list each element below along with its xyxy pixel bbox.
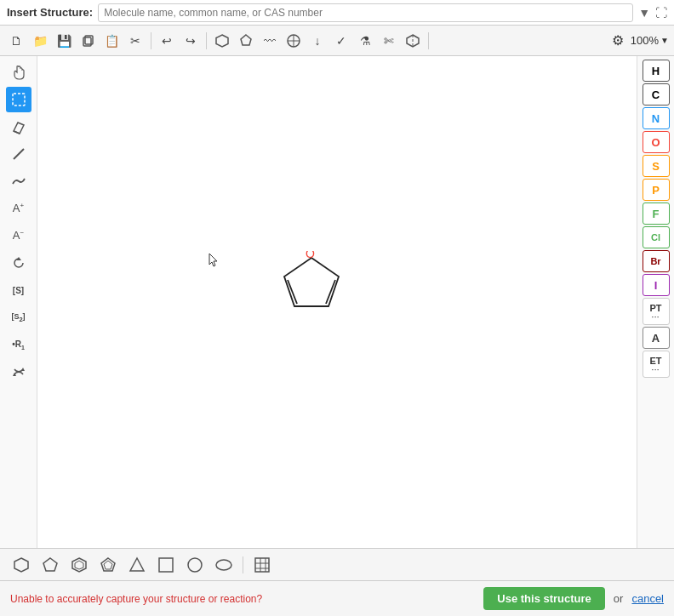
svg-marker-23: [75, 561, 83, 569]
structure-search-input[interactable]: [98, 3, 633, 22]
hexagon6-shape-button[interactable]: [9, 553, 34, 577]
cursor-indicator: [208, 252, 221, 269]
svg-marker-26: [130, 558, 144, 571]
element-panel: H C N O S P F Cl Br I PT ··· A ET ···: [637, 56, 674, 548]
eraser-tool-button[interactable]: [6, 114, 31, 140]
sgroup2-tool-button[interactable]: [S2]: [6, 305, 31, 330]
zoom-control[interactable]: ⚙ 100% ▼: [612, 32, 669, 48]
select-tool-button[interactable]: [6, 87, 31, 112]
shape-toolbar: [0, 548, 674, 580]
shape-toolbar-divider: [243, 556, 243, 573]
svg-point-29: [216, 560, 231, 570]
open-file-button[interactable]: 📁: [29, 30, 51, 52]
scissors-button[interactable]: ✄: [378, 30, 400, 52]
hand-tool-button[interactable]: [6, 60, 31, 85]
cancel-link[interactable]: cancel: [631, 592, 664, 605]
toolbar-divider-2: [206, 32, 207, 49]
svg-line-11: [14, 131, 20, 134]
3d-button[interactable]: [402, 30, 424, 52]
svg-rect-27: [159, 558, 173, 572]
main-area: A+ A− [S] [S2] •R1: [0, 56, 674, 548]
wavy-line-tool-button[interactable]: [6, 168, 31, 194]
element-C-button[interactable]: C: [643, 83, 670, 106]
svg-marker-2: [216, 35, 228, 47]
main-toolbar: 🗋 📁 💾 📋 ✂ ↩ ↪ 〰 ↓ ✓ ⚗ ✄ ⚙ 100% ▼: [0, 26, 674, 56]
svg-point-28: [188, 558, 202, 572]
svg-rect-30: [255, 558, 269, 572]
element-S-button[interactable]: S: [643, 155, 670, 177]
redo-button[interactable]: ↪: [180, 30, 202, 52]
zoom-level[interactable]: 100%: [631, 34, 659, 47]
flip-tool-button[interactable]: [6, 359, 31, 385]
status-bar: Unable to accurately capture your struct…: [0, 580, 674, 616]
chain-button[interactable]: 〰: [259, 30, 281, 52]
svg-marker-22: [72, 558, 86, 572]
line-tool-button[interactable]: [6, 141, 31, 167]
new-file-button[interactable]: 🗋: [5, 30, 27, 52]
element-Cl-button[interactable]: Cl: [643, 226, 670, 248]
text-decrease-button[interactable]: A−: [6, 223, 31, 248]
fullscreen-icon[interactable]: ⛶: [655, 6, 667, 20]
or-text: or: [614, 592, 624, 605]
element-F-button[interactable]: F: [643, 202, 670, 225]
element-N-button[interactable]: N: [643, 107, 670, 129]
triangle-shape-button[interactable]: [124, 553, 150, 577]
element-P-button[interactable]: P: [643, 179, 670, 201]
element-PT-button[interactable]: PT ···: [643, 298, 670, 325]
element-Br-button[interactable]: Br: [643, 250, 670, 272]
flask-button[interactable]: ⚗: [354, 30, 376, 52]
svg-marker-16: [284, 258, 339, 306]
hexagon6b-shape-button[interactable]: [66, 553, 92, 577]
reaction-arrow-button[interactable]: ↓: [306, 30, 328, 52]
canvas-area[interactable]: O: [37, 56, 637, 548]
copy-button[interactable]: [77, 30, 99, 52]
insert-label: Insert Structure:: [7, 6, 93, 19]
svg-line-12: [14, 149, 24, 159]
square-shape-button[interactable]: [153, 553, 179, 577]
undo-button[interactable]: ↩: [156, 30, 178, 52]
svg-marker-21: [43, 558, 57, 571]
element-ET-button[interactable]: ET ···: [643, 351, 670, 378]
save-file-button[interactable]: 💾: [53, 30, 75, 52]
ring-hexagon-button[interactable]: [211, 30, 233, 52]
error-message: Unable to accurately capture your struct…: [10, 593, 475, 605]
element-I-button[interactable]: I: [643, 274, 670, 296]
circle-shape-button[interactable]: [182, 553, 208, 577]
pentagon5-shape-button[interactable]: [37, 553, 63, 577]
svg-marker-14: [21, 368, 25, 371]
element-A-button[interactable]: A: [643, 327, 670, 349]
element-O-button[interactable]: O: [643, 131, 670, 153]
text-increase-button[interactable]: A+: [6, 196, 31, 221]
svg-rect-9: [13, 94, 25, 106]
dropdown-arrow-icon[interactable]: ▼: [638, 6, 650, 20]
use-structure-button[interactable]: Use this structure: [483, 587, 605, 610]
rgroup-tool-button[interactable]: •R1: [6, 332, 31, 357]
atom-map-button[interactable]: [283, 30, 305, 52]
check-button[interactable]: ✓: [330, 30, 352, 52]
sgroup-tool-button[interactable]: [S]: [6, 277, 31, 303]
svg-marker-3: [241, 35, 251, 45]
toolbar-divider-1: [151, 32, 151, 49]
ring-pentagon-button[interactable]: [235, 30, 257, 52]
ellipse-shape-button[interactable]: [211, 553, 237, 577]
zoom-dropdown-icon[interactable]: ▼: [660, 36, 669, 45]
svg-marker-20: [14, 558, 28, 572]
molecule-display: O: [269, 251, 354, 330]
pentagon5b-shape-button[interactable]: [95, 553, 121, 577]
toolbar-divider-3: [428, 32, 429, 49]
svg-text:O: O: [306, 251, 315, 260]
paste-button[interactable]: 📋: [100, 30, 123, 52]
left-toolbar: A+ A− [S] [S2] •R1: [0, 56, 37, 548]
top-bar: Insert Structure: ▼ ⛶: [0, 0, 674, 26]
svg-marker-25: [104, 561, 112, 569]
table-shape-button[interactable]: [249, 553, 275, 577]
gear-icon[interactable]: ⚙: [612, 32, 624, 48]
rotate-tool-button[interactable]: [6, 250, 31, 276]
element-H-button[interactable]: H: [643, 60, 670, 82]
cut-button[interactable]: ✂: [124, 30, 146, 52]
